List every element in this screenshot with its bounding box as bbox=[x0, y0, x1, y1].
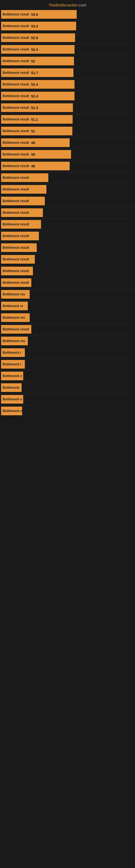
bar-label: Bottleneck result bbox=[1, 281, 31, 284]
bar: Bottleneck result51.7 bbox=[1, 68, 74, 77]
bar: Bottleneck result bbox=[1, 267, 33, 275]
bar: Bottleneck result51.3 bbox=[1, 103, 73, 112]
bar-row: Bottleneck result bbox=[0, 242, 135, 253]
bar-label: Bottleneck result bbox=[1, 129, 31, 133]
bar-label: Bottleneck result bbox=[1, 187, 31, 191]
bar: Bottleneck result53.6 bbox=[1, 10, 77, 19]
bar-label: Bottleneck v bbox=[1, 374, 24, 378]
bar: Bottleneck result52.8 bbox=[1, 33, 75, 42]
bar: Bottleneck result bbox=[1, 243, 37, 252]
bar-label: Bottleneck bbox=[1, 386, 21, 390]
bar: Bottleneck result49 bbox=[1, 138, 70, 147]
bar-row: Bottleneck result49 bbox=[0, 137, 135, 148]
bar: Bottleneck result bbox=[1, 325, 31, 334]
bar-value: 51.1 bbox=[31, 118, 38, 122]
bar-label: Bottleneck result bbox=[1, 83, 31, 86]
bar-row: Bottleneck re bbox=[0, 405, 135, 416]
bar-label: Bottleneck result bbox=[1, 199, 31, 203]
bar: Bottleneck result50 bbox=[1, 150, 71, 159]
bar-label: Bottleneck result bbox=[1, 106, 31, 110]
bar: Bottleneck result53.3 bbox=[1, 22, 76, 30]
bar-row: Bottleneck v bbox=[0, 371, 135, 381]
bar-value: 49 bbox=[31, 141, 35, 145]
bar-row: Bottleneck res bbox=[0, 312, 135, 323]
bar: Bottleneck result bbox=[1, 231, 39, 240]
bar-label: Bottleneck result bbox=[1, 59, 31, 63]
bar: Bottleneck v bbox=[1, 395, 23, 404]
bar: Bottleneck result bbox=[1, 278, 31, 287]
bar-label: Bottleneck result bbox=[1, 176, 31, 180]
bar-row: Bottleneck result52.4 bbox=[0, 44, 135, 55]
bar-label: Bottleneck result bbox=[1, 71, 31, 74]
bar-row: Bottleneck result bbox=[0, 207, 135, 218]
bar-label: Bottleneck result bbox=[1, 222, 31, 226]
bar-label: Bottleneck result bbox=[1, 211, 31, 215]
bar-label: Bottleneck v bbox=[1, 397, 24, 401]
bar-row: Bottleneck result bbox=[0, 230, 135, 241]
bar-value: 53.6 bbox=[31, 12, 38, 17]
bar: Bottleneck result52 bbox=[1, 57, 74, 65]
bar-label: Bottleneck r bbox=[1, 362, 23, 366]
bar-value: 52.4 bbox=[31, 48, 38, 52]
bar: Bottleneck result52.4 bbox=[1, 92, 75, 100]
bar-label: Bottleneck res bbox=[1, 292, 27, 296]
bar-label: Bottleneck res bbox=[1, 316, 27, 319]
bar-row: Bottleneck bbox=[0, 382, 135, 393]
bar: Bottleneck result bbox=[1, 255, 35, 264]
bar: Bottleneck bbox=[1, 383, 21, 392]
bar-label: Bottleneck result bbox=[1, 36, 31, 40]
bar-label: Bottleneck re bbox=[1, 304, 25, 308]
bar: Bottleneck result49 bbox=[1, 162, 70, 170]
bar-row: Bottleneck result bbox=[0, 254, 135, 265]
bar-chart: Bottleneck result53.6Bottleneck result53… bbox=[0, 9, 135, 416]
bar-label: Bottleneck result bbox=[1, 164, 31, 168]
bar-row: Bottleneck result51.1 bbox=[0, 114, 135, 125]
bar-value: 50 bbox=[31, 152, 35, 156]
bar-value: 51.3 bbox=[31, 106, 38, 110]
bar-row: Bottleneck res bbox=[0, 289, 135, 300]
bar-label: Bottleneck result bbox=[1, 269, 31, 273]
bar-row: Bottleneck re bbox=[0, 301, 135, 311]
bar: Bottleneck res bbox=[1, 337, 28, 345]
bar-row: Bottleneck result bbox=[0, 184, 135, 195]
bar-row: Bottleneck res bbox=[0, 336, 135, 346]
bar-label: Bottleneck result bbox=[1, 152, 31, 156]
bar-row: Bottleneck result bbox=[0, 324, 135, 335]
bar: Bottleneck result51.1 bbox=[1, 115, 73, 124]
bar-label: Bottleneck result bbox=[1, 246, 31, 250]
bar-row: Bottleneck result53.6 bbox=[0, 9, 135, 20]
bar-value: 51 bbox=[31, 129, 35, 133]
bar-value: 52 bbox=[31, 59, 35, 63]
bar-label: Bottleneck result bbox=[1, 328, 31, 331]
bar-value: 52.4 bbox=[31, 94, 38, 98]
bar-row: Bottleneck result52.4 bbox=[0, 79, 135, 90]
bar-row: Bottleneck v bbox=[0, 394, 135, 405]
bar-label: Bottleneck res bbox=[1, 339, 27, 343]
bar-value: 52.8 bbox=[31, 36, 38, 40]
bar: Bottleneck re bbox=[1, 302, 28, 310]
bar: Bottleneck result bbox=[1, 220, 41, 229]
bar: Bottleneck result bbox=[1, 173, 48, 182]
bar-label: Bottleneck result bbox=[1, 48, 31, 51]
bar: Bottleneck result51 bbox=[1, 127, 72, 135]
brand-name: TheBottlenecker.com bbox=[48, 3, 86, 7]
bar: Bottleneck v bbox=[1, 372, 23, 380]
bar-row: Bottleneck result51.3 bbox=[0, 102, 135, 113]
bar-value: 53.3 bbox=[31, 24, 38, 28]
bar-row: Bottleneck result bbox=[0, 195, 135, 207]
bar-row: Bottleneck result52.8 bbox=[0, 32, 135, 43]
bar: Bottleneck result bbox=[1, 208, 43, 217]
bar-value: 49 bbox=[31, 164, 35, 168]
header: TheBottlenecker.com bbox=[0, 0, 135, 9]
bar-row: Bottleneck result bbox=[0, 266, 135, 276]
bar: Bottleneck r bbox=[1, 360, 25, 369]
bar-label: Bottleneck result bbox=[1, 118, 31, 121]
bar-label: Bottleneck result bbox=[1, 94, 31, 98]
bar: Bottleneck result bbox=[1, 197, 45, 205]
bar-row: Bottleneck result51 bbox=[0, 126, 135, 136]
bar-row: Bottleneck result bbox=[0, 277, 135, 288]
bar-value: 51.7 bbox=[31, 71, 38, 75]
bar: Bottleneck result52.4 bbox=[1, 45, 75, 54]
bar: Bottleneck res bbox=[1, 313, 30, 322]
bar-row: Bottleneck result51.7 bbox=[0, 67, 135, 78]
